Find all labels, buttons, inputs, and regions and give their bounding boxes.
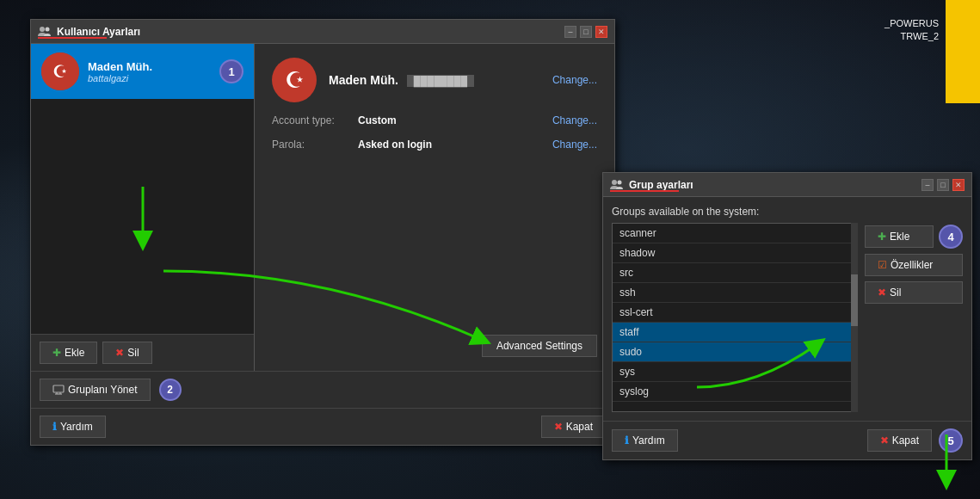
main-window: Kullanıcı Ayarları – □ ✕ ☪ Maden Müh <box>30 19 615 446</box>
user-name: Maden Müh. <box>88 60 211 73</box>
grup-list-container: scanner shadow src ssh ssl-cert staff su… <box>612 223 963 412</box>
list-item[interactable]: sys <box>613 362 857 382</box>
list-item[interactable]: ssl-cert <box>613 303 857 323</box>
main-window-title: Kullanıcı Ayarları <box>57 26 140 38</box>
window-footer: ℹ Yardım ✖ Kapat <box>31 408 614 445</box>
close-x-icon: ✖ <box>554 421 563 433</box>
delete-user-button[interactable]: ✖ Sil <box>102 342 151 364</box>
grup-window-footer: ℹ Yardım ✖ Kapat 5 <box>603 421 971 459</box>
badge-2: 2 <box>159 379 182 401</box>
grup-add-button[interactable]: ✚ Ekle <box>865 225 934 248</box>
user-sub: battalgazi <box>88 73 211 83</box>
account-type-row: Account type: Custom Change... <box>272 114 597 126</box>
grup-help-button[interactable]: ℹ Yardım <box>612 429 678 452</box>
arrow-down-icon <box>121 182 164 251</box>
change-account-link[interactable]: Change... <box>552 114 597 126</box>
user-panel: ☪ Maden Müh. battalgazi 1 <box>31 44 614 371</box>
user-header-info: Maden Müh. ████████ <box>329 73 540 87</box>
grup-window-controls: – □ ✕ <box>921 179 965 191</box>
title-left: Kullanıcı Ayarları <box>38 25 140 39</box>
manage-groups-row: Gruplanı Yönet 2 <box>31 371 614 408</box>
grup-window-title: Grup ayarları <box>629 179 693 191</box>
maximize-button[interactable]: □ <box>580 26 592 38</box>
user-avatar-large: ☪ <box>272 58 317 102</box>
groups-list: scanner shadow src ssh ssl-cert staff su… <box>612 223 858 412</box>
list-item[interactable]: ssh <box>613 283 857 303</box>
help-button[interactable]: ℹ Yardım <box>40 416 106 438</box>
plus-icon: ✚ <box>52 347 61 359</box>
change-password-link[interactable]: Change... <box>552 139 597 151</box>
password-label: Parola: <box>272 139 349 151</box>
flag: ☪ <box>41 52 79 90</box>
scrollbar-thumb <box>851 274 858 326</box>
grup-title-underline <box>610 190 679 192</box>
grup-delete-button[interactable]: ✖ Sil <box>865 281 963 304</box>
grup-title-left: Grup ayarları <box>610 178 693 192</box>
desktop-label: _POWERUS TRWE_2 <box>884 17 939 44</box>
account-type-label: Account type: <box>272 114 349 126</box>
user-list-column: ☪ Maden Müh. battalgazi 1 <box>31 44 255 371</box>
svg-point-0 <box>40 27 45 32</box>
account-type-value: Custom <box>358 114 397 126</box>
x-icon-2: ✖ <box>878 286 886 299</box>
manage-groups-button[interactable]: Gruplanı Yönet <box>40 379 151 401</box>
grup-maximize-button[interactable]: □ <box>937 179 949 191</box>
grup-close-footer-button[interactable]: ✖ Kapat <box>867 429 932 452</box>
yellow-strip <box>946 0 980 103</box>
avatar: ☪ <box>41 52 79 90</box>
minimize-button[interactable]: – <box>564 26 576 38</box>
user-action-buttons: ✚ Ekle ✖ Sil <box>31 334 254 371</box>
password-value: Asked on login <box>358 139 432 151</box>
monitor-icon <box>52 385 65 395</box>
user-display-name: Maden Müh. ████████ <box>329 73 540 87</box>
list-item[interactable]: src <box>613 263 857 283</box>
svg-point-1 <box>46 27 50 31</box>
scrollbar-track[interactable] <box>851 223 858 412</box>
grup-body: Groups available on the system: scanner … <box>603 197 971 421</box>
user-list-item[interactable]: ☪ Maden Müh. battalgazi 1 <box>31 44 254 99</box>
close-icon-2: ✖ <box>880 434 889 447</box>
user-info: Maden Müh. battalgazi <box>88 60 211 83</box>
close-button[interactable]: ✕ <box>595 26 607 38</box>
list-item-staff[interactable]: staff <box>613 323 857 342</box>
window-body: ☪ Maden Müh. battalgazi 1 <box>31 44 614 445</box>
groups-available-label: Groups available on the system: <box>612 206 963 218</box>
badge-4: 4 <box>939 225 963 249</box>
crescent-large-icon: ☪ <box>285 67 305 94</box>
info-icon-2: ℹ <box>625 434 629 447</box>
right-panel: ☪ Maden Müh. ████████ Change... Account … <box>255 44 614 371</box>
svg-point-9 <box>612 180 617 185</box>
badge-5: 5 <box>939 428 963 453</box>
list-item[interactable]: syslog <box>613 382 857 402</box>
x-icon: ✖ <box>115 347 124 359</box>
grup-window: Grup ayarları – □ ✕ Groups available on … <box>602 172 972 460</box>
grup-side-buttons: ✚ Ekle 4 ☑ Özellikler ✖ Sil <box>865 223 963 412</box>
list-item[interactable]: scanner <box>613 224 857 243</box>
grup-properties-button[interactable]: ☑ Özellikler <box>865 254 963 276</box>
svg-rect-4 <box>53 385 64 392</box>
list-item[interactable]: shadow <box>613 243 857 263</box>
add-user-button[interactable]: ✚ Ekle <box>40 342 97 364</box>
grup-close-button[interactable]: ✕ <box>952 179 965 191</box>
user-header-row: ☪ Maden Müh. ████████ Change... <box>272 58 597 102</box>
main-window-titlebar: Kullanıcı Ayarları – □ ✕ <box>31 20 614 44</box>
main-close-button[interactable]: ✖ Kapat <box>541 416 606 438</box>
window-controls: – □ ✕ <box>564 26 607 38</box>
plus-icon-2: ✚ <box>878 231 886 243</box>
crescent-icon: ☪ <box>52 61 68 82</box>
checkbox-icon: ☑ <box>878 259 887 271</box>
title-underline <box>38 37 107 39</box>
grup-minimize-button[interactable]: – <box>921 179 934 191</box>
list-item-sudo[interactable]: sudo 3 <box>613 342 857 362</box>
grup-titlebar: Grup ayarları – □ ✕ <box>603 173 971 197</box>
advanced-settings-button[interactable]: Advanced Settings <box>482 335 597 357</box>
info-icon: ℹ <box>52 421 57 433</box>
password-row: Parola: Asked on login Change... <box>272 139 597 151</box>
name-blurred: ████████ <box>407 75 474 87</box>
svg-point-10 <box>618 180 622 184</box>
badge-1: 1 <box>219 59 243 83</box>
change-avatar-link[interactable]: Change... <box>552 74 597 86</box>
